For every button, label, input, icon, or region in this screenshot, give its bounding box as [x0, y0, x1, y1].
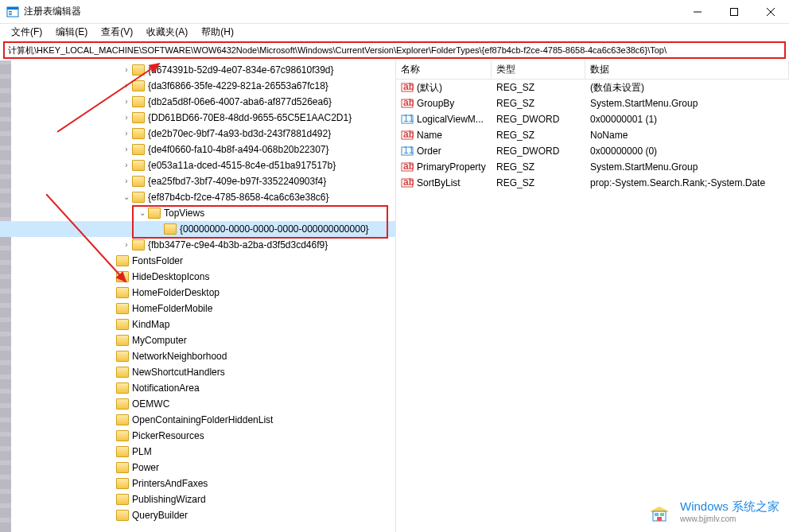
menu-view[interactable]: 查看(V): [95, 24, 139, 41]
tree-item[interactable]: ›{de4f0660-fa10-4b8f-a494-068b20b22307}: [0, 142, 395, 157]
tree-item-label: HomeFolderMobile: [132, 303, 212, 314]
spacer: [105, 414, 116, 425]
value-name: Name: [417, 130, 492, 141]
tree-item[interactable]: ›{d674391b-52d9-4e07-834e-67c98610f39d}: [0, 62, 395, 78]
value-row[interactable]: abPrimaryPropertyREG_SZSystem.StartMenu.…: [396, 159, 789, 175]
chevron-right-icon[interactable]: ›: [121, 95, 132, 107]
string-value-icon: ab: [401, 161, 414, 173]
tree-item[interactable]: NetworkNeighborhood: [0, 348, 395, 364]
tree-item-label: PublishingWizard: [132, 494, 206, 505]
value-data: System.StartMenu.Group: [585, 98, 789, 109]
folder-icon: [116, 430, 129, 441]
watermark-logo-icon: [645, 497, 674, 526]
tree-item[interactable]: ›{DD61BD66-70E8-48dd-9655-65C5E1AAC2D1}: [0, 110, 395, 126]
chevron-right-icon[interactable]: ›: [121, 239, 132, 250]
tree-pane[interactable]: ›{d674391b-52d9-4e07-834e-67c98610f39d}›…: [0, 60, 396, 532]
tree-item[interactable]: Power: [0, 460, 395, 476]
tree-item[interactable]: OEMWC: [0, 396, 395, 412]
tree-item[interactable]: ›{db2a5d8f-06e6-4007-aba6-af877d526ea6}: [0, 94, 395, 110]
value-row[interactable]: abSortByListREG_SZprop:-System.Search.Ra…: [396, 175, 789, 191]
tree-item[interactable]: HomeFolderDesktop: [0, 285, 395, 301]
tree-item[interactable]: ›{de2b70ec-9bf7-4a93-bd3d-243f7881d492}: [0, 126, 395, 142]
svg-text:ab: ab: [403, 129, 414, 140]
value-row[interactable]: abGroupByREG_SZSystem.StartMenu.Group: [396, 95, 789, 111]
tree-item[interactable]: ›{ea25fbd7-3bf7-409e-b97f-3352240903f4}: [0, 173, 395, 189]
tree-item[interactable]: NewShortcutHandlers: [0, 364, 395, 380]
tree-item-label: OpenContainingFolderHiddenList: [132, 414, 273, 425]
col-data[interactable]: 数据: [585, 60, 789, 79]
folder-icon: [132, 96, 145, 107]
tree-item[interactable]: ⌄TopViews: [0, 205, 395, 221]
value-row[interactable]: ab(默认)REG_SZ(数值未设置): [396, 80, 789, 95]
tree-item[interactable]: NotificationArea: [0, 380, 395, 396]
tree-item[interactable]: FontsFolder: [0, 253, 395, 269]
value-type: REG_SZ: [492, 98, 585, 109]
tree-item[interactable]: QueryBuilder: [0, 507, 395, 523]
tree-item-label: {ea25fbd7-3bf7-409e-b97f-3352240903f4}: [148, 176, 326, 187]
close-button[interactable]: [752, 0, 789, 23]
chevron-right-icon[interactable]: ›: [121, 159, 132, 170]
tree-item[interactable]: ›{da3f6866-35fe-4229-821a-26553a67fc18}: [0, 78, 395, 94]
folder-icon: [116, 319, 129, 330]
value-row[interactable]: 110LogicalViewM...REG_DWORD0x00000001 (1…: [396, 111, 789, 127]
chevron-right-icon[interactable]: ›: [121, 175, 132, 186]
value-data: prop:-System.Search.Rank;-System.Date: [585, 177, 789, 188]
watermark-url: www.bjjmlv.com: [680, 515, 779, 523]
menu-favorites[interactable]: 收藏夹(A): [140, 24, 194, 41]
tree-item[interactable]: HomeFolderMobile: [0, 301, 395, 316]
chevron-right-icon[interactable]: ›: [121, 127, 132, 138]
col-type[interactable]: 类型: [492, 60, 585, 79]
folder-icon: [148, 208, 161, 219]
chevron-down-icon[interactable]: ⌄: [121, 191, 132, 202]
maximize-button[interactable]: [716, 0, 752, 23]
values-pane[interactable]: 名称 类型 数据 ab(默认)REG_SZ(数值未设置)abGroupByREG…: [396, 60, 789, 532]
chevron-right-icon[interactable]: ›: [121, 143, 132, 154]
chevron-down-icon[interactable]: ⌄: [137, 207, 148, 218]
col-name[interactable]: 名称: [396, 60, 492, 79]
tree-item[interactable]: ›{e053a11a-dced-4515-8c4e-d51ba917517b}: [0, 157, 395, 173]
menu-help[interactable]: 帮助(H): [195, 24, 240, 41]
value-name: SortByList: [417, 177, 492, 188]
spacer: [105, 350, 116, 361]
menu-file[interactable]: 文件(F): [5, 24, 49, 41]
chevron-right-icon[interactable]: ›: [121, 64, 132, 75]
tree-item-label: {de4f0660-fa10-4b8f-a494-068b20b22307}: [148, 144, 329, 155]
tree-item-label: {db2a5d8f-06e6-4007-aba6-af877d526ea6}: [148, 96, 332, 107]
folder-icon: [164, 223, 177, 235]
folder-icon: [116, 494, 129, 505]
value-row[interactable]: 110OrderREG_DWORD0x00000000 (0): [396, 143, 789, 159]
tree-item[interactable]: HideDesktopIcons: [0, 269, 395, 285]
tree-item[interactable]: PLM: [0, 444, 395, 460]
svg-text:ab: ab: [403, 161, 414, 172]
folder-icon: [116, 351, 129, 362]
chevron-right-icon[interactable]: ›: [121, 80, 132, 91]
folder-icon: [116, 382, 129, 394]
value-row[interactable]: abNameREG_SZNoName: [396, 127, 789, 143]
address-input[interactable]: [8, 45, 781, 55]
tree-item[interactable]: PickerResources: [0, 428, 395, 444]
tree-item-label: PrintersAndFaxes: [132, 478, 208, 489]
tree-item[interactable]: PublishingWizard: [0, 491, 395, 507]
value-type: REG_DWORD: [492, 114, 585, 125]
minimize-button[interactable]: [679, 0, 716, 23]
folder-icon: [116, 398, 129, 410]
tree-item[interactable]: OpenContainingFolderHiddenList: [0, 412, 395, 428]
menu-edit[interactable]: 编辑(E): [49, 24, 94, 41]
tree-item[interactable]: PrintersAndFaxes: [0, 476, 395, 491]
regedit-icon: [6, 6, 19, 18]
chevron-right-icon[interactable]: ›: [121, 111, 132, 122]
tree-item[interactable]: ⌄{ef87b4cb-f2ce-4785-8658-4ca6c63e38c6}: [0, 189, 395, 205]
folder-icon: [116, 462, 129, 473]
svg-rect-28: [657, 517, 662, 521]
tree-item[interactable]: {00000000-0000-0000-0000-000000000000}: [0, 221, 395, 237]
folder-icon: [116, 478, 129, 489]
watermark: Windows 系统之家 www.bjjmlv.com: [645, 497, 779, 526]
address-bar[interactable]: [3, 41, 786, 59]
value-data: 0x00000001 (1): [585, 114, 789, 125]
tree-item-label: FontsFolder: [132, 255, 183, 266]
tree-item[interactable]: MyComputer: [0, 332, 395, 348]
tree-item[interactable]: KindMap: [0, 316, 395, 332]
tree-item[interactable]: ›{fbb3477e-c9e4-4b3b-a2ba-d3f5d3cd46f9}: [0, 237, 395, 253]
spacer: [153, 223, 164, 234]
spacer: [105, 286, 116, 297]
